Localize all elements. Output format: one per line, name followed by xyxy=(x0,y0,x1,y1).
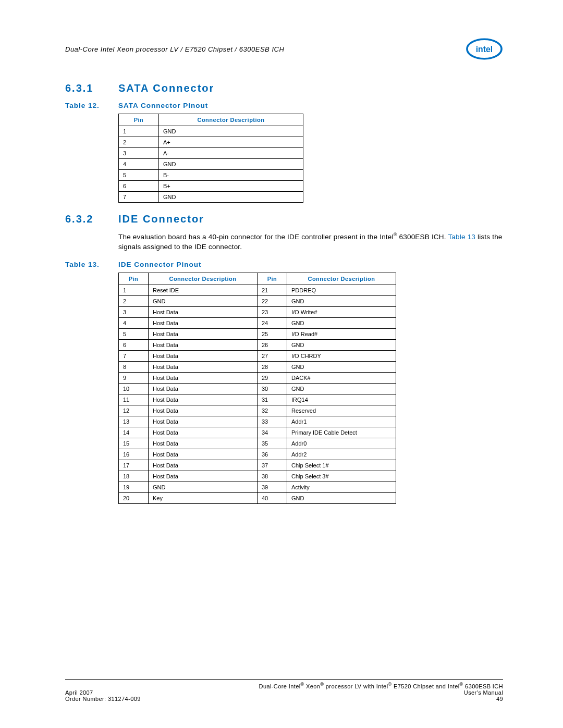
pin-cell: 12 xyxy=(119,405,149,416)
pin-cell: 26 xyxy=(258,339,287,350)
table-row: 1Reset IDE21PDDREQ xyxy=(119,285,396,295)
desc-cell: Host Data xyxy=(149,471,258,482)
table-row: 2A+ xyxy=(119,137,303,148)
page-header: Dual-Core Intel Xeon processor LV / E752… xyxy=(65,36,503,61)
sata-pinout-table: Pin Connector Description 1GND2A+3A-4GND… xyxy=(118,114,303,203)
pin-cell: 27 xyxy=(258,350,287,361)
desc-cell: GND xyxy=(287,295,396,306)
ide-pinout-table: Pin Connector Description Pin Connector … xyxy=(118,273,396,504)
table-label: Table 12. xyxy=(65,102,118,109)
table-row: 18Host Data38Chip Select 3# xyxy=(119,471,396,482)
section-6-3-2-heading: 6.3.2 IDE Connector xyxy=(65,213,503,225)
pin-cell: 14 xyxy=(119,427,149,438)
desc-cell: GND xyxy=(159,192,303,203)
pin-cell: 25 xyxy=(258,328,287,339)
desc-cell: Reset IDE xyxy=(149,285,258,295)
desc-cell: Host Data xyxy=(149,405,258,416)
section-number: 6.3.2 xyxy=(65,213,118,225)
table-13-link[interactable]: Table 13 xyxy=(448,233,475,241)
table-row: 12Host Data32Reserved xyxy=(119,405,396,416)
desc-cell: GND xyxy=(287,492,396,503)
pin-cell: 6 xyxy=(119,339,149,350)
table-row: 1GND xyxy=(119,126,303,137)
pin-cell: 3 xyxy=(119,148,159,159)
pin-cell: 11 xyxy=(119,394,149,405)
desc-cell: Addr1 xyxy=(287,416,396,427)
pin-cell: 5 xyxy=(119,170,159,181)
pin-cell: 21 xyxy=(258,285,287,295)
pin-cell: 5 xyxy=(119,328,149,339)
desc-cell: Host Data xyxy=(149,438,258,449)
table-row: 2GND22GND xyxy=(119,295,396,306)
footer-product-line: Dual-Core Intel® Xeon® processor LV with… xyxy=(259,682,503,689)
header-title: Dual-Core Intel Xeon processor LV / E752… xyxy=(65,45,284,53)
footer-order-number: Order Number: 311274-009 xyxy=(65,696,141,702)
table-row: 13Host Data33Addr1 xyxy=(119,416,396,427)
desc-cell: Host Data xyxy=(149,350,258,361)
table-row: 4GND xyxy=(119,159,303,170)
pin-cell: 29 xyxy=(258,372,287,383)
section-number: 6.3.1 xyxy=(65,82,118,94)
desc-cell: Chip Select 3# xyxy=(287,471,396,482)
desc-cell: GND xyxy=(287,317,396,328)
desc-cell: Chip Select 1# xyxy=(287,460,396,471)
pin-cell: 8 xyxy=(119,361,149,372)
pin-cell: 28 xyxy=(258,361,287,372)
pin-cell: 23 xyxy=(258,306,287,317)
desc-cell: Host Data xyxy=(149,394,258,405)
table-row: 3Host Data23I/O Write# xyxy=(119,306,396,317)
desc-cell: Host Data xyxy=(149,383,258,394)
table-row: 20Key40GND xyxy=(119,492,396,503)
desc-cell: I/O CHRDY xyxy=(287,350,396,361)
desc-cell: Host Data xyxy=(149,328,258,339)
pin-cell: 2 xyxy=(119,295,149,306)
pin-cell: 3 xyxy=(119,306,149,317)
desc-cell: GND xyxy=(159,159,303,170)
desc-cell: Host Data xyxy=(149,416,258,427)
desc-cell: Host Data xyxy=(149,317,258,328)
pin-cell: 1 xyxy=(119,285,149,295)
col-desc: Connector Description xyxy=(149,273,258,285)
table-title: SATA Connector Pinout xyxy=(118,102,208,109)
para-text: 6300ESB ICH. xyxy=(397,233,448,241)
table-row: 19GND39Activity xyxy=(119,482,396,492)
pin-cell: 15 xyxy=(119,438,149,449)
table-row: 14Host Data34Primary IDE Cable Detect xyxy=(119,427,396,438)
table-title: IDE Connector Pinout xyxy=(118,261,202,268)
col-pin: Pin xyxy=(119,273,149,285)
desc-cell: Key xyxy=(149,492,258,503)
desc-cell: DACK# xyxy=(287,372,396,383)
table-row: 6B+ xyxy=(119,181,303,192)
table-row: 17Host Data37Chip Select 1# xyxy=(119,460,396,471)
pin-cell: 35 xyxy=(258,438,287,449)
pin-cell: 4 xyxy=(119,317,149,328)
pin-cell: 1 xyxy=(119,126,159,137)
section-6-3-1-heading: 6.3.1 SATA Connector xyxy=(65,82,503,94)
table-label: Table 13. xyxy=(65,261,118,268)
desc-cell: GND xyxy=(149,295,258,306)
footer-manual: User's Manual xyxy=(464,689,503,696)
table-row: 7Host Data27I/O CHRDY xyxy=(119,350,396,361)
desc-cell: Reserved xyxy=(287,405,396,416)
desc-cell: GND xyxy=(287,361,396,372)
pin-cell: 40 xyxy=(258,492,287,503)
table-12-caption: Table 12. SATA Connector Pinout xyxy=(65,102,503,109)
pin-cell: 24 xyxy=(258,317,287,328)
pin-cell: 2 xyxy=(119,137,159,148)
table-row: 3A- xyxy=(119,148,303,159)
footer-page-number: 49 xyxy=(496,696,503,702)
desc-cell: I/O Write# xyxy=(287,306,396,317)
table-row: 15Host Data35Addr0 xyxy=(119,438,396,449)
table-row: 8Host Data28GND xyxy=(119,361,396,372)
col-pin: Pin xyxy=(258,273,287,285)
pin-cell: 17 xyxy=(119,460,149,471)
table-row: 16Host Data36Addr2 xyxy=(119,449,396,460)
col-desc: Connector Description xyxy=(159,114,303,126)
desc-cell: GND xyxy=(287,383,396,394)
pin-cell: 20 xyxy=(119,492,149,503)
pin-cell: 7 xyxy=(119,350,149,361)
desc-cell: Addr0 xyxy=(287,438,396,449)
section-title: SATA Connector xyxy=(118,82,214,94)
pin-cell: 32 xyxy=(258,405,287,416)
pin-cell: 30 xyxy=(258,383,287,394)
